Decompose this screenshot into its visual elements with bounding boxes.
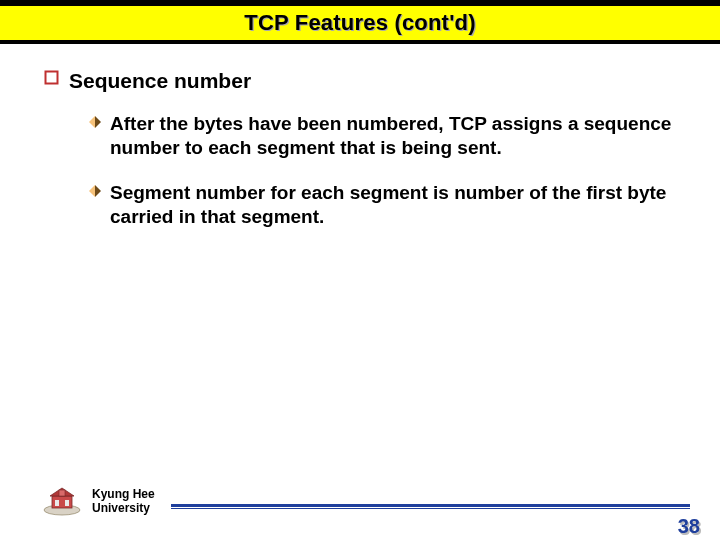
svg-marker-3 bbox=[95, 185, 101, 197]
bullet-l2a-text: After the bytes have been numbered, TCP … bbox=[110, 112, 680, 160]
diamond-bullet-icon bbox=[88, 115, 102, 133]
svg-marker-2 bbox=[89, 116, 95, 128]
diamond-bullet-icon bbox=[88, 184, 102, 202]
university-name: Kyung Hee University bbox=[92, 488, 155, 516]
page-number: 38 bbox=[678, 515, 700, 538]
university-logo-icon bbox=[42, 484, 82, 520]
bullet-level1: Sequence number bbox=[44, 68, 680, 94]
title-bar: TCP Features (cont'd) bbox=[0, 0, 720, 44]
svg-rect-9 bbox=[55, 500, 59, 506]
bullet-level2: After the bytes have been numbered, TCP … bbox=[88, 112, 680, 160]
footer-rule-thick bbox=[171, 504, 690, 507]
svg-rect-0 bbox=[46, 72, 58, 84]
slide-footer: Kyung Hee University bbox=[0, 484, 720, 520]
footer-rule-thin bbox=[171, 508, 690, 509]
square-bullet-icon bbox=[44, 70, 59, 89]
svg-marker-4 bbox=[89, 185, 95, 197]
svg-rect-10 bbox=[65, 500, 69, 506]
bullet-l1-text: Sequence number bbox=[69, 68, 251, 94]
bullet-level2: Segment number for each segment is numbe… bbox=[88, 181, 680, 229]
bullet-l2b-text: Segment number for each segment is numbe… bbox=[110, 181, 680, 229]
title-inner: TCP Features (cont'd) bbox=[0, 6, 720, 40]
svg-marker-1 bbox=[95, 116, 101, 128]
footer-rule bbox=[171, 504, 690, 509]
slide-title: TCP Features (cont'd) bbox=[244, 10, 476, 35]
slide-content: Sequence number After the bytes have bee… bbox=[0, 44, 720, 229]
svg-rect-8 bbox=[59, 490, 65, 496]
